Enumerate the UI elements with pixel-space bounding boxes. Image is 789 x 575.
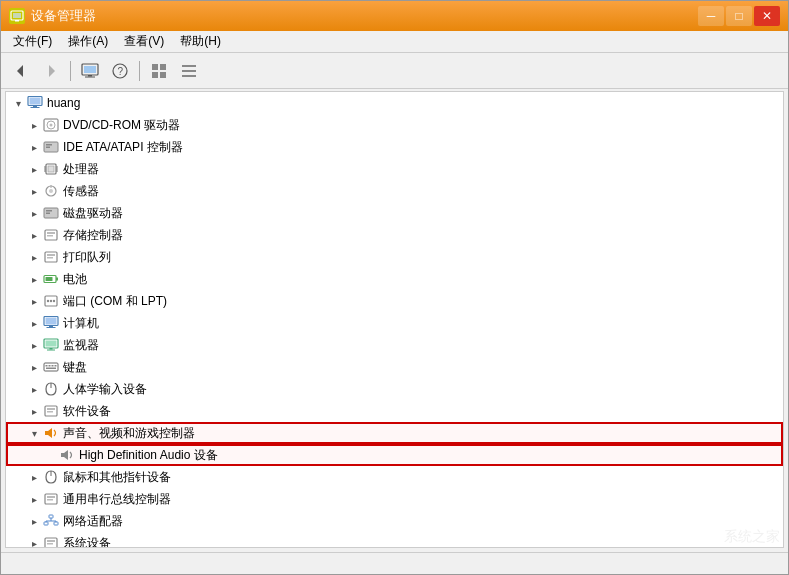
tree-item-hid[interactable]: ▸人体学输入设备 [6,378,783,400]
tree-item-software[interactable]: ▸软件设备 [6,400,783,422]
svg-point-24 [50,124,53,127]
expander-hdaudio[interactable] [42,444,58,466]
toolbar-view2-button[interactable] [175,58,203,84]
svg-rect-15 [182,65,196,67]
tree-item-sound[interactable]: ▾声音、视频和游戏控制器 [6,422,783,444]
expander-system[interactable]: ▸ [26,532,42,548]
tree-item-disk[interactable]: ▸磁盘驱动器 [6,202,783,224]
tree-item-monitor[interactable]: ▸监视器 [6,334,783,356]
minimize-button[interactable]: ─ [698,6,724,26]
svg-rect-11 [152,64,158,70]
tree-item-comport[interactable]: ▸端口 (COM 和 LPT) [6,290,783,312]
icon-cpu [42,160,60,178]
expander-hid[interactable]: ▸ [26,378,42,400]
svg-rect-44 [47,235,53,237]
menu-help[interactable]: 帮助(H) [172,31,229,52]
menu-action[interactable]: 操作(A) [60,31,116,52]
label-system: 系统设备 [63,535,111,549]
expander-computer2[interactable]: ▸ [26,312,42,334]
tree-item-battery[interactable]: ▸电池 [6,268,783,290]
expander-sensor[interactable]: ▸ [26,180,42,202]
svg-marker-73 [45,428,52,438]
device-tree[interactable]: ▾huang▸DVD/CD-ROM 驱动器▸IDE ATA/ATAPI 控制器▸… [5,91,784,548]
tree-item-printer[interactable]: ▸打印队列 [6,246,783,268]
icon-computer2 [42,314,60,332]
toolbar-computer-button[interactable] [76,58,104,84]
expander-cpu[interactable]: ▸ [26,158,42,180]
icon-storage [42,226,60,244]
icon-software [42,402,60,420]
menu-view[interactable]: 查看(V) [116,31,172,52]
expander-network[interactable]: ▸ [26,510,42,532]
label-comport: 端口 (COM 和 LPT) [63,293,167,310]
maximize-button[interactable]: □ [726,6,752,26]
svg-rect-19 [30,98,41,105]
tree-item-keyboard[interactable]: ▸键盘 [6,356,783,378]
tree-item-system[interactable]: ▸系统设备 [6,532,783,548]
back-button[interactable] [7,58,35,84]
menu-file[interactable]: 文件(F) [5,31,60,52]
svg-rect-41 [46,213,50,215]
tree-item-network[interactable]: ▸网络适配器 [6,510,783,532]
expander-monitor[interactable]: ▸ [26,334,42,356]
svg-rect-64 [46,365,48,367]
svg-rect-87 [47,540,55,542]
toolbar-sep-1 [70,61,71,81]
svg-rect-13 [152,72,158,78]
tree-item-usb[interactable]: ▸通用串行总线控制器 [6,488,783,510]
icon-sound [42,424,60,442]
icon-sensor [42,182,60,200]
label-computer2: 计算机 [63,315,99,332]
expander-root[interactable]: ▾ [10,92,26,114]
expander-disk[interactable]: ▸ [26,202,42,224]
svg-rect-29 [48,166,54,172]
expander-storage[interactable]: ▸ [26,224,42,246]
svg-rect-49 [56,278,58,281]
tree-item-storage[interactable]: ▸存储控制器 [6,224,783,246]
svg-rect-26 [46,144,52,146]
expander-keyboard[interactable]: ▸ [26,356,42,378]
device-manager-window: 设备管理器 ─ □ ✕ 文件(F) 操作(A) 查看(V) 帮助(H) [0,0,789,575]
svg-rect-46 [47,254,55,256]
toolbar: ? [1,53,788,89]
svg-rect-7 [88,75,92,77]
tree-item-dvd[interactable]: ▸DVD/CD-ROM 驱动器 [6,114,783,136]
expander-ide[interactable]: ▸ [26,136,42,158]
tree-item-hdaudio[interactable]: High Definition Audio 设备 [6,444,783,466]
label-sound: 声音、视频和游戏控制器 [63,425,195,442]
svg-text:?: ? [118,66,124,77]
menu-bar: 文件(F) 操作(A) 查看(V) 帮助(H) [1,31,788,53]
toolbar-help-button[interactable]: ? [106,58,134,84]
tree-item-ide[interactable]: ▸IDE ATA/ATAPI 控制器 [6,136,783,158]
expander-dvd[interactable]: ▸ [26,114,42,136]
svg-rect-68 [46,368,56,370]
svg-rect-88 [47,543,53,545]
svg-rect-21 [31,107,40,108]
icon-printer [42,248,60,266]
label-keyboard: 键盘 [63,359,87,376]
tree-item-mouse[interactable]: ▸鼠标和其他指针设备 [6,466,783,488]
title-bar-left: 设备管理器 [9,7,96,25]
tree-item-cpu[interactable]: ▸处理器 [6,158,783,180]
tree-item-computer2[interactable]: ▸计算机 [6,312,783,334]
svg-rect-43 [47,232,55,234]
window-title: 设备管理器 [31,7,96,25]
expander-printer[interactable]: ▸ [26,246,42,268]
tree-item-sensor[interactable]: ▸传感器 [6,180,783,202]
expander-sound[interactable]: ▾ [26,422,42,444]
expander-software[interactable]: ▸ [26,400,42,422]
expander-battery[interactable]: ▸ [26,268,42,290]
svg-rect-40 [46,210,52,212]
expander-usb[interactable]: ▸ [26,488,42,510]
forward-button[interactable] [37,58,65,84]
icon-hdaudio [58,446,76,464]
close-button[interactable]: ✕ [754,6,780,26]
toolbar-view1-button[interactable] [145,58,173,84]
tree-item-root[interactable]: ▾huang [6,92,783,114]
expander-mouse[interactable]: ▸ [26,466,42,488]
svg-rect-27 [46,147,50,149]
title-bar: 设备管理器 ─ □ ✕ [1,1,788,31]
svg-rect-2 [15,20,19,22]
svg-point-53 [50,300,52,302]
expander-comport[interactable]: ▸ [26,290,42,312]
